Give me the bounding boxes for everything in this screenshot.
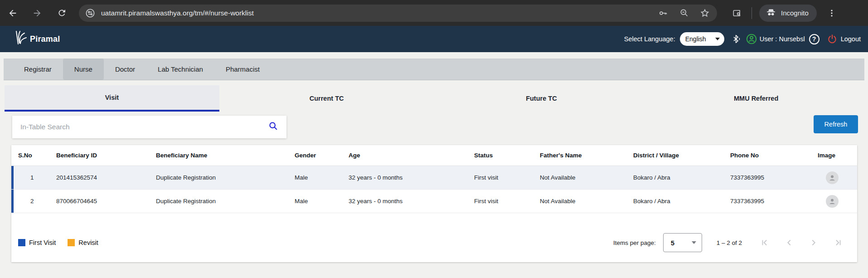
bookmark-star-icon[interactable]	[700, 8, 710, 18]
paginator: Items per page: 5 1 – 2 of 2	[613, 233, 844, 252]
cell-beneficiary-name: Duplicate Registration	[156, 174, 295, 181]
password-key-icon[interactable]	[658, 8, 668, 18]
cell-age: 32 years - 0 months	[349, 198, 474, 205]
revisit-swatch	[68, 239, 75, 246]
col-fathers-name: Father's Name	[540, 152, 633, 159]
worklist-tab-bar: Visit Current TC Future TC MMU Referred	[5, 85, 863, 112]
tab-lab-technician[interactable]: Lab Technician	[146, 59, 214, 80]
beneficiary-image-icon[interactable]	[826, 195, 839, 208]
tab-doctor[interactable]: Doctor	[104, 59, 146, 80]
tab-future-tc[interactable]: Future TC	[434, 85, 649, 112]
user-name-label: User : Nursebsl	[760, 35, 805, 43]
cell-sno: 1	[11, 174, 56, 181]
col-image: Image	[818, 152, 857, 159]
col-phone-no: Phone No	[730, 152, 818, 159]
cell-status: First visit	[474, 198, 540, 205]
app-header: Piramal Select Language: English User : …	[0, 26, 868, 52]
back-icon[interactable]	[7, 8, 18, 19]
legend-first-visit: First Visit	[18, 239, 56, 246]
status-legend: First Visit Revisit	[18, 239, 98, 246]
table-row[interactable]: 1 201415362574 Duplicate Registration Ma…	[11, 166, 857, 190]
search-icon[interactable]	[268, 121, 278, 133]
search-input[interactable]	[20, 123, 268, 131]
chevron-down-icon	[715, 38, 720, 40]
in-table-search	[12, 116, 286, 138]
page-size-value: 5	[671, 239, 674, 247]
col-gender: Gender	[295, 152, 349, 159]
col-age: Age	[349, 152, 474, 159]
cell-beneficiary-id: 870066704645	[56, 198, 156, 205]
brand-name: Piramal	[30, 34, 60, 44]
forward-icon[interactable]	[32, 8, 43, 19]
cell-gender: Male	[295, 198, 349, 205]
language-value: English	[685, 35, 706, 43]
table-footer: First Visit Revisit Items per page: 5 1 …	[11, 213, 857, 262]
cell-beneficiary-name: Duplicate Registration	[156, 198, 295, 205]
reload-icon[interactable]	[56, 8, 67, 19]
role-tab-bar: Registrar Nurse Doctor Lab Technician Ph…	[4, 59, 864, 80]
first-visit-label: First Visit	[29, 239, 56, 246]
site-settings-icon[interactable]	[85, 8, 95, 18]
tab-mmu-referred[interactable]: MMU Referred	[649, 85, 863, 112]
legend-revisit: Revisit	[68, 239, 98, 246]
col-status: Status	[474, 152, 540, 159]
previous-page-button[interactable]	[784, 237, 795, 248]
table-header-row: S.No Beneficiary ID Beneficiary Name Gen…	[11, 145, 857, 166]
cell-district-village: Bokaro / Abra	[633, 198, 730, 205]
help-icon[interactable]: ?	[809, 34, 820, 44]
tab-search-icon[interactable]	[732, 8, 742, 18]
cell-status: First visit	[474, 174, 540, 181]
cell-father-name: Not Available	[540, 198, 633, 205]
logout-button[interactable]: Logout	[841, 35, 861, 43]
cell-district-village: Bokaro / Abra	[633, 174, 730, 181]
col-district-village: District / Village	[633, 152, 730, 159]
next-page-button[interactable]	[808, 237, 819, 248]
tab-registrar[interactable]: Registrar	[13, 59, 63, 80]
power-icon[interactable]	[827, 34, 838, 44]
cell-beneficiary-id: 201415362574	[56, 174, 156, 181]
language-select[interactable]: English	[680, 32, 724, 46]
piramal-logo-icon	[14, 30, 27, 48]
browser-toolbar: uatamrit.piramalswasthya.org/tm/#/nurse-…	[0, 0, 868, 26]
browser-menu-icon[interactable]	[827, 8, 837, 18]
select-language-label: Select Language:	[624, 35, 675, 43]
cell-phone-no: 7337363995	[730, 174, 818, 181]
col-beneficiary-name: Beneficiary Name	[156, 152, 295, 159]
tab-visit[interactable]: Visit	[5, 85, 219, 112]
zoom-out-icon[interactable]	[679, 8, 689, 18]
user-avatar-icon	[746, 34, 757, 44]
cell-age: 32 years - 0 months	[349, 174, 474, 181]
last-page-button[interactable]	[833, 237, 844, 248]
col-beneficiary-id: Beneficiary ID	[56, 152, 156, 159]
url-text[interactable]: uatamrit.piramalswasthya.org/tm/#/nurse-…	[101, 9, 658, 17]
items-per-page-label: Items per page:	[613, 239, 656, 246]
page-range-label: 1 – 2 of 2	[717, 239, 742, 246]
address-bar[interactable]: uatamrit.piramalswasthya.org/tm/#/nurse-…	[79, 5, 717, 22]
table-row[interactable]: 2 870066704645 Duplicate Registration Ma…	[11, 190, 857, 213]
beneficiary-image-icon[interactable]	[826, 171, 839, 184]
cell-sno: 2	[11, 198, 56, 205]
cell-father-name: Not Available	[540, 174, 633, 181]
cell-gender: Male	[295, 174, 349, 181]
first-visit-swatch	[18, 239, 25, 246]
refresh-button[interactable]: Refresh	[814, 115, 858, 133]
col-sno: S.No	[11, 152, 56, 159]
revisit-label: Revisit	[78, 239, 98, 246]
brand: Piramal	[14, 30, 60, 48]
toolbar-divider	[752, 7, 752, 19]
first-page-button[interactable]	[759, 237, 770, 248]
tab-pharmacist[interactable]: Pharmacist	[214, 59, 271, 80]
page-size-select[interactable]: 5	[663, 233, 702, 252]
bluetooth-icon[interactable]	[731, 34, 742, 44]
incognito-label: Incognito	[781, 9, 809, 17]
incognito-badge: Incognito	[759, 5, 817, 22]
incognito-icon	[766, 7, 776, 19]
chevron-down-icon	[692, 241, 696, 244]
cell-phone-no: 7337363995	[730, 198, 818, 205]
tab-nurse[interactable]: Nurse	[63, 59, 104, 80]
tab-current-tc[interactable]: Current TC	[219, 85, 434, 112]
worklist-table: S.No Beneficiary ID Beneficiary Name Gen…	[11, 145, 857, 262]
